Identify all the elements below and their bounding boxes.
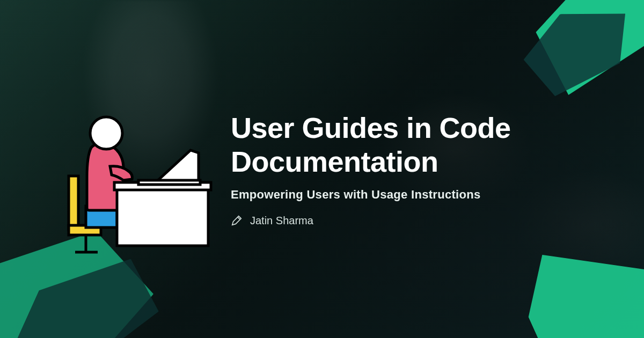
svg-rect-6 bbox=[117, 187, 208, 246]
page-subtitle: Empowering Users with Usage Instructions bbox=[231, 188, 601, 202]
svg-point-5 bbox=[90, 117, 122, 149]
page-title: User Guides in Code Documentation bbox=[231, 111, 601, 178]
content-container: User Guides in Code Documentation Empowe… bbox=[0, 0, 644, 338]
svg-rect-0 bbox=[69, 176, 78, 230]
text-block: User Guides in Code Documentation Empowe… bbox=[231, 111, 644, 226]
svg-rect-8 bbox=[138, 180, 200, 185]
person-at-desk-illustration bbox=[48, 86, 220, 258]
author-row: Jatin Sharma bbox=[231, 215, 601, 227]
pencil-icon bbox=[231, 215, 243, 226]
author-name: Jatin Sharma bbox=[250, 215, 313, 227]
